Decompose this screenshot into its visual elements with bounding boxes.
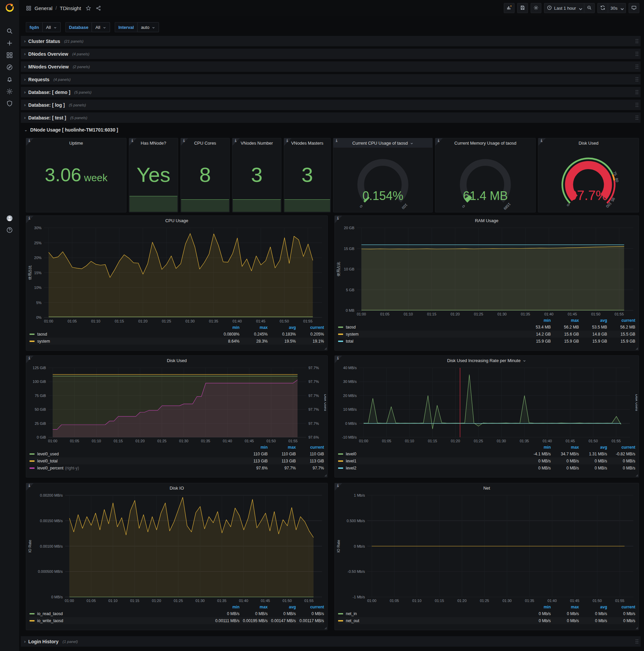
legend-series-swatch[interactable] [338, 334, 343, 335]
row-drag-handle[interactable] [635, 39, 639, 44]
dashboard-settings-button[interactable] [530, 3, 541, 13]
legend-column-header[interactable]: avg [579, 317, 607, 323]
search-icon[interactable] [6, 28, 13, 35]
info-icon[interactable]: i [28, 216, 31, 220]
legend-series-name[interactable]: level0_used [37, 452, 59, 456]
variable-value-dropdown[interactable]: All [92, 22, 110, 32]
help-icon[interactable] [6, 226, 13, 234]
cycle-view-mode-button[interactable] [629, 3, 639, 13]
legend-series-name[interactable]: io_read_taosd [37, 611, 63, 616]
legend-column-header[interactable]: min [523, 604, 551, 610]
legend-series-name[interactable]: level1 [346, 459, 356, 463]
legend-series-swatch[interactable] [338, 453, 343, 455]
info-icon[interactable]: i [28, 356, 31, 361]
legend-series-name[interactable]: io_write_taosd [37, 618, 63, 623]
chart-plot-area[interactable]: -10 MB/s0 MB/s10 MB/s20 MB/s30 MB/s40 MB… [335, 365, 639, 444]
legend-series-swatch[interactable] [338, 460, 343, 462]
info-icon[interactable]: i [337, 356, 339, 361]
zoom-out-time-button[interactable] [584, 3, 595, 13]
row-drag-handle[interactable] [635, 64, 639, 69]
panel-resize-handle[interactable] [636, 347, 638, 350]
legend-column-header[interactable]: current [607, 604, 635, 610]
chart-plot-area[interactable]: 0 MB5 GB10 GB15 GB20 GB01:0001:0501:1001… [335, 225, 639, 317]
panel-resize-handle[interactable] [324, 347, 327, 350]
legend-column-header[interactable]: max [239, 324, 268, 331]
legend-column-header[interactable]: max [268, 444, 296, 450]
legend-series-swatch[interactable] [30, 620, 35, 621]
user-avatar-icon[interactable] [6, 215, 13, 222]
legend-series-swatch[interactable] [30, 453, 35, 455]
row-drag-handle[interactable] [635, 77, 639, 82]
panel-resize-handle[interactable] [636, 627, 638, 629]
info-icon[interactable]: i [438, 138, 440, 143]
grafana-logo-icon[interactable] [4, 2, 15, 13]
legend-series-name[interactable]: taosd [37, 332, 47, 337]
legend-series-swatch[interactable] [338, 620, 343, 621]
legend-series-swatch[interactable] [30, 613, 35, 614]
dashboard-row-Database: [ log ][interactable]: ›Database: [ log ](5 panels) [21, 100, 641, 110]
legend-column-header[interactable]: current [296, 444, 324, 450]
legend-column-header[interactable]: current [607, 444, 635, 450]
legend-column-header[interactable]: min [211, 324, 239, 331]
row-drag-handle[interactable] [635, 102, 639, 108]
legend-column-header[interactable]: avg [579, 604, 607, 610]
dashboard-row-Requests[interactable]: ›Requests(4 panels) [21, 74, 641, 85]
legend-series-swatch[interactable] [338, 327, 343, 328]
row-drag-handle[interactable] [635, 115, 639, 121]
refresh-interval-button[interactable]: 30s [608, 3, 626, 13]
legend-column-header[interactable]: min [211, 604, 239, 610]
panel-title[interactable]: Uptime [26, 138, 126, 148]
dashboard-row-dnode-usage[interactable]: ⌄DNode Usage [ huolinhe-TM1701:6030 ] [21, 125, 641, 135]
legend-column-header[interactable]: current [607, 317, 635, 323]
legend-series-name[interactable]: net_out [346, 618, 359, 623]
legend-series-swatch[interactable] [338, 341, 343, 342]
legend-series-swatch[interactable] [338, 467, 343, 469]
legend-column-header[interactable]: current [296, 324, 324, 331]
panel-title[interactable]: Disk IO [26, 483, 327, 493]
configuration-gear-icon[interactable] [6, 88, 13, 95]
dashboards-icon[interactable] [6, 52, 13, 59]
star-icon[interactable] [86, 5, 91, 11]
info-icon[interactable]: i [234, 138, 237, 143]
info-icon[interactable]: i [28, 484, 31, 488]
share-icon[interactable] [96, 5, 101, 11]
legend-column-header[interactable]: max [551, 604, 579, 610]
save-dashboard-button[interactable] [517, 3, 528, 13]
chart-plot-area[interactable]: 0%5%10%15%20%25%30%01:0001:0501:1001:150… [26, 225, 327, 324]
add-panel-button[interactable] [504, 3, 515, 13]
legend-column-header[interactable]: min [523, 444, 551, 450]
breadcrumb-dashboard-title[interactable]: TDinsight [60, 5, 81, 11]
chart-plot-area[interactable]: -1 Mb/s-0.50 Mb/s0 Mb/s0.500 Mb/s1 Mb/s0… [335, 493, 639, 604]
legend-column-header[interactable]: min [523, 317, 551, 323]
legend-column-header[interactable]: max [551, 317, 579, 323]
breadcrumb-folder[interactable]: General [35, 5, 52, 11]
row-drag-handle[interactable] [635, 639, 639, 644]
alerting-bell-icon[interactable] [6, 76, 13, 83]
panel-resize-handle[interactable] [324, 474, 327, 476]
row-drag-handle[interactable] [635, 51, 639, 57]
legend-series-swatch[interactable] [30, 460, 35, 462]
info-icon[interactable]: i [131, 138, 133, 143]
refresh-button[interactable] [598, 3, 608, 13]
legend-series-name[interactable]: level0_total [37, 459, 58, 463]
info-icon[interactable]: i [183, 138, 185, 143]
dashboard-row-Cluster Status[interactable]: ›Cluster Status(21 panels) [21, 36, 641, 46]
panel-resize-handle[interactable] [636, 474, 638, 476]
info-icon[interactable]: i [540, 138, 543, 143]
legend-series-name[interactable]: level2 [346, 466, 356, 470]
dashboard-row-Database: [ demo ][interactable]: ›Database: [ demo ](5 panels) [21, 87, 641, 97]
legend-series-swatch[interactable] [30, 334, 35, 335]
legend-column-header[interactable]: avg [579, 444, 607, 450]
legend-column-header[interactable]: min [239, 444, 268, 450]
chart-plot-area[interactable]: 0 MB/s0.000500 MB/s0.00100 MB/s0.00150 M… [26, 493, 327, 604]
legend-series-name[interactable]: net_in [346, 611, 357, 616]
dashboard-row-Database: [ test ][interactable]: ›Database: [ test ](5 panels) [21, 113, 641, 123]
legend-series-swatch[interactable] [338, 613, 343, 614]
legend-series-swatch[interactable] [30, 467, 35, 469]
explore-compass-icon[interactable] [6, 64, 13, 71]
time-picker-button[interactable]: Last 1 hour [544, 3, 584, 13]
variable-value-dropdown[interactable]: All [42, 22, 60, 32]
legend-series-name[interactable]: system [37, 339, 50, 344]
panel-title[interactable]: Net [335, 483, 639, 493]
info-icon[interactable]: i [335, 138, 338, 143]
